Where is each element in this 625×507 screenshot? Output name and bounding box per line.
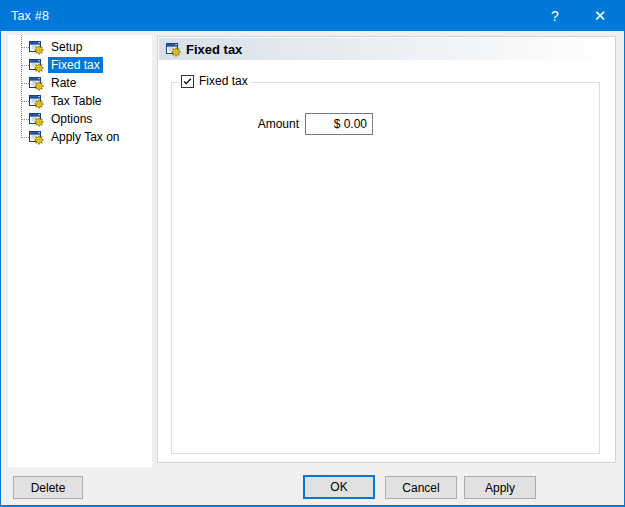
tree-item-rate[interactable]: Rate bbox=[8, 74, 152, 92]
window-title: Tax #8 bbox=[0, 9, 49, 23]
fixed-tax-checkbox-label: Fixed tax bbox=[199, 74, 248, 88]
tree-item-setup[interactable]: Setup bbox=[8, 38, 152, 56]
apply-button[interactable]: Apply bbox=[464, 476, 536, 499]
amount-input[interactable] bbox=[305, 113, 373, 135]
tax-form-icon bbox=[28, 39, 44, 55]
fixed-tax-checkbox-row[interactable]: Fixed tax bbox=[177, 74, 252, 88]
page-header: Fixed tax bbox=[159, 38, 614, 60]
tax-form-icon bbox=[28, 129, 44, 145]
tree-item-apply-tax-on[interactable]: Apply Tax on bbox=[8, 128, 152, 146]
tree-item-tax-table[interactable]: Tax Table bbox=[8, 92, 152, 110]
tax-dialog-window: Tax #8 ? ✕ Setup Fixed tax Rate Tax Tabl… bbox=[0, 0, 625, 507]
navigation-tree-panel: Setup Fixed tax Rate Tax Table Options A bbox=[8, 35, 152, 467]
fixed-tax-checkbox[interactable] bbox=[181, 75, 194, 88]
tax-form-icon bbox=[28, 111, 44, 127]
close-icon[interactable]: ✕ bbox=[583, 0, 617, 31]
tax-form-icon bbox=[28, 93, 44, 109]
title-bar: Tax #8 ? ✕ bbox=[0, 0, 625, 31]
amount-label: Amount bbox=[172, 117, 299, 131]
help-icon[interactable]: ? bbox=[538, 0, 572, 31]
tree-item-label: Options bbox=[48, 111, 95, 127]
tax-form-icon bbox=[165, 41, 181, 57]
page-title: Fixed tax bbox=[186, 42, 242, 57]
amount-row: Amount bbox=[172, 113, 373, 135]
delete-button[interactable]: Delete bbox=[13, 476, 83, 499]
tax-form-icon bbox=[28, 75, 44, 91]
tax-form-icon bbox=[28, 57, 44, 73]
ok-button[interactable]: OK bbox=[303, 475, 375, 499]
tree-item-label: Fixed tax bbox=[48, 57, 103, 73]
tree-item-label: Rate bbox=[48, 75, 79, 91]
content-panel: Fixed tax Fixed tax Amount bbox=[157, 36, 616, 463]
fixed-tax-group: Fixed tax Amount bbox=[171, 82, 600, 454]
tree-item-label: Tax Table bbox=[48, 93, 104, 109]
cancel-button[interactable]: Cancel bbox=[385, 476, 457, 499]
tree-item-label: Apply Tax on bbox=[48, 129, 123, 145]
tree-item-fixed-tax[interactable]: Fixed tax bbox=[8, 56, 152, 74]
checkmark-icon bbox=[182, 75, 193, 88]
tree-item-label: Setup bbox=[48, 39, 85, 55]
tree-item-options[interactable]: Options bbox=[8, 110, 152, 128]
navigation-tree: Setup Fixed tax Rate Tax Table Options A bbox=[8, 38, 152, 146]
